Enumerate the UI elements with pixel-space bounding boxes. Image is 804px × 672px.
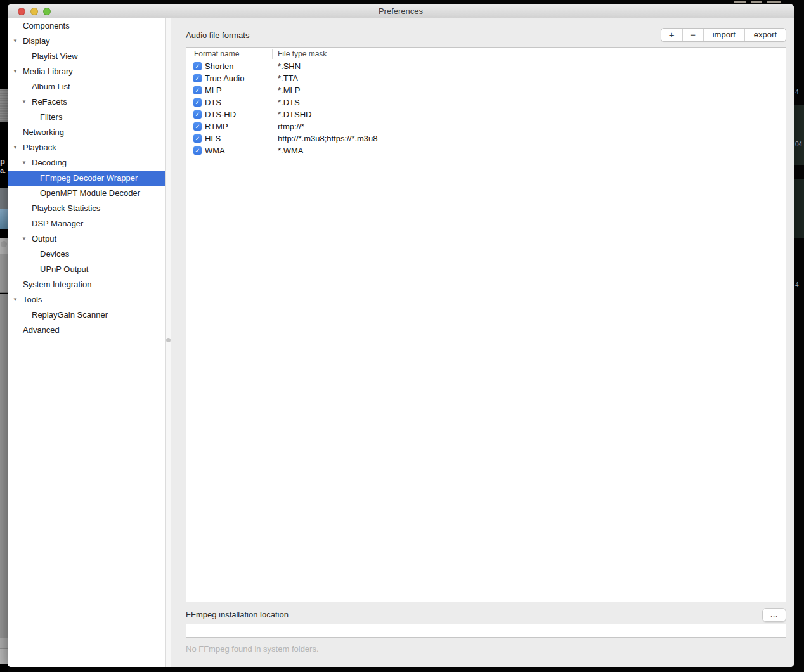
background-thumbnail bbox=[0, 209, 8, 229]
table-row[interactable]: ✓Shorten*.SHN bbox=[186, 60, 786, 72]
background-text-fragment: p bbox=[0, 157, 8, 167]
sidebar-item-ffmpeg-decoder-wrapper[interactable]: FFmpeg Decoder Wrapper bbox=[8, 171, 165, 186]
sidebar-item-label: Filters bbox=[40, 110, 62, 125]
sidebar-splitter[interactable] bbox=[166, 18, 171, 667]
sidebar-item-replaygain-scanner[interactable]: ReplayGain Scanner bbox=[8, 307, 165, 323]
format-checkbox[interactable]: ✓ bbox=[193, 146, 202, 155]
sidebar-item-networking[interactable]: Networking bbox=[8, 125, 165, 140]
table-row[interactable]: ✓DTS-HD*.DTSHD bbox=[186, 108, 786, 120]
titlebar[interactable]: Preferences bbox=[8, 4, 794, 18]
format-checkbox[interactable]: ✓ bbox=[193, 86, 202, 94]
background-thumbnail bbox=[0, 188, 8, 209]
disclosure-triangle-icon[interactable]: ▼ bbox=[22, 94, 27, 110]
column-header-format-name[interactable]: Format name bbox=[194, 48, 239, 60]
format-checkbox[interactable]: ✓ bbox=[193, 98, 202, 107]
background-app-left-sliver: p a. bbox=[0, 0, 8, 672]
sidebar-item-label: FFmpeg Decoder Wrapper bbox=[40, 171, 138, 186]
sidebar-item-filters[interactable]: Filters bbox=[8, 110, 165, 125]
preferences-window: Preferences Components▼DisplayPlaylist V… bbox=[8, 4, 794, 667]
background-duration-fragment: 4 bbox=[795, 281, 799, 288]
background-text-fragment: a. bbox=[0, 166, 8, 176]
background-button-fragment bbox=[1, 241, 7, 247]
sidebar-item-components[interactable]: Components bbox=[8, 18, 165, 34]
sidebar-item-label: UPnP Output bbox=[40, 262, 88, 277]
section-title: Audio file formats bbox=[186, 30, 249, 40]
sidebar-item-label: OpenMPT Module Decoder bbox=[40, 186, 140, 201]
column-header-file-type-mask[interactable]: File type mask bbox=[278, 48, 327, 60]
table-row[interactable]: ✓True Audio*.TTA bbox=[186, 72, 786, 84]
sidebar-item-label: Devices bbox=[40, 247, 69, 262]
format-checkbox[interactable]: ✓ bbox=[193, 134, 202, 143]
sidebar-item-refacets[interactable]: ▼ReFacets bbox=[8, 94, 165, 110]
sidebar-item-label: Output bbox=[32, 231, 56, 247]
disclosure-triangle-icon[interactable]: ▼ bbox=[13, 34, 18, 49]
sidebar-item-playlist-view[interactable]: Playlist View bbox=[8, 49, 165, 64]
sidebar-item-playback[interactable]: ▼Playback bbox=[8, 140, 165, 155]
background-app-right-sliver: 4 04 4 bbox=[794, 0, 804, 672]
ffmpeg-path-input[interactable] bbox=[186, 624, 786, 638]
sidebar-item-label: Display bbox=[23, 34, 50, 49]
export-button[interactable]: export bbox=[744, 29, 786, 41]
sidebar-item-label: Advanced bbox=[23, 323, 60, 338]
sidebar-item-label: DSP Manager bbox=[32, 216, 83, 231]
file-type-mask-cell: *.SHN bbox=[278, 60, 301, 72]
format-checkbox[interactable]: ✓ bbox=[193, 110, 202, 119]
sidebar-item-label: ReplayGain Scanner bbox=[32, 307, 108, 323]
add-format-button[interactable]: + bbox=[661, 29, 682, 41]
table-row[interactable]: ✓MLP*.MLP bbox=[186, 84, 786, 96]
file-type-mask-cell: *.TTA bbox=[278, 72, 298, 84]
sidebar-item-playback-statistics[interactable]: Playback Statistics bbox=[8, 201, 165, 216]
sidebar-item-label: System Integration bbox=[23, 277, 91, 292]
sidebar-item-output[interactable]: ▼Output bbox=[8, 231, 165, 247]
disclosure-triangle-icon[interactable]: ▼ bbox=[13, 140, 18, 155]
import-button[interactable]: import bbox=[703, 29, 744, 41]
table-row[interactable]: ✓HLShttp://*.m3u8;https://*.m3u8 bbox=[186, 132, 786, 145]
format-name-cell: HLS bbox=[205, 132, 221, 145]
browse-button[interactable]: ... bbox=[762, 608, 786, 622]
table-row[interactable]: ✓DTS*.DTS bbox=[186, 96, 786, 108]
format-name-cell: True Audio bbox=[205, 72, 244, 84]
format-checkbox[interactable]: ✓ bbox=[193, 122, 202, 131]
format-name-cell: MLP bbox=[205, 84, 222, 96]
sidebar-item-label: Components bbox=[23, 18, 70, 34]
sidebar-item-openmpt-module-decoder[interactable]: OpenMPT Module Decoder bbox=[8, 186, 165, 201]
sidebar-item-label: Playback bbox=[23, 140, 56, 155]
sidebar-item-decoding[interactable]: ▼Decoding bbox=[8, 155, 165, 171]
sidebar-item-label: Album List bbox=[32, 79, 70, 94]
format-checkbox[interactable]: ✓ bbox=[193, 74, 202, 82]
table-row[interactable]: ✓WMA*.WMA bbox=[186, 145, 786, 157]
background-thumbnail bbox=[0, 89, 8, 122]
disclosure-triangle-icon[interactable]: ▼ bbox=[22, 155, 27, 171]
sidebar-item-label: Playback Statistics bbox=[32, 201, 100, 216]
sidebar-item-dsp-manager[interactable]: DSP Manager bbox=[8, 216, 165, 231]
window-title: Preferences bbox=[8, 4, 794, 18]
format-name-cell: DTS bbox=[205, 96, 221, 108]
sidebar-item-album-list[interactable]: Album List bbox=[8, 79, 165, 94]
background-duration-fragment: 04 bbox=[795, 141, 802, 148]
sidebar-item-label: Playlist View bbox=[32, 49, 78, 64]
file-type-mask-cell: *.WMA bbox=[278, 145, 303, 157]
sidebar-item-media-library[interactable]: ▼Media Library bbox=[8, 64, 165, 79]
format-table: Format name File type mask ✓Shorten*.SHN… bbox=[186, 47, 786, 602]
format-name-cell: WMA bbox=[205, 145, 225, 157]
remove-format-button[interactable]: − bbox=[682, 29, 703, 41]
sidebar-item-display[interactable]: ▼Display bbox=[8, 34, 165, 49]
disclosure-triangle-icon[interactable]: ▼ bbox=[22, 231, 27, 247]
sidebar-item-system-integration[interactable]: System Integration bbox=[8, 277, 165, 292]
disclosure-triangle-icon[interactable]: ▼ bbox=[13, 64, 18, 79]
sidebar-item-devices[interactable]: Devices bbox=[8, 247, 165, 262]
disclosure-triangle-icon[interactable]: ▼ bbox=[13, 292, 18, 307]
format-name-cell: DTS-HD bbox=[205, 108, 236, 120]
ffmpeg-status-text: No FFmpeg found in system folders. bbox=[186, 644, 786, 654]
sidebar-item-upnp-output[interactable]: UPnP Output bbox=[8, 262, 165, 277]
table-row[interactable]: ✓RTMPrtmp://* bbox=[186, 120, 786, 132]
sidebar-item-label: Networking bbox=[23, 125, 64, 140]
column-divider[interactable] bbox=[272, 49, 273, 59]
format-toolbar: + − import export bbox=[661, 28, 786, 42]
sidebar-item-label: Decoding bbox=[32, 155, 67, 171]
sidebar-item-advanced[interactable]: Advanced bbox=[8, 323, 165, 338]
sidebar-item-label: Media Library bbox=[23, 64, 73, 79]
splitter-handle-icon[interactable] bbox=[166, 338, 171, 342]
sidebar-item-tools[interactable]: ▼Tools bbox=[8, 292, 165, 307]
format-checkbox[interactable]: ✓ bbox=[193, 62, 202, 70]
